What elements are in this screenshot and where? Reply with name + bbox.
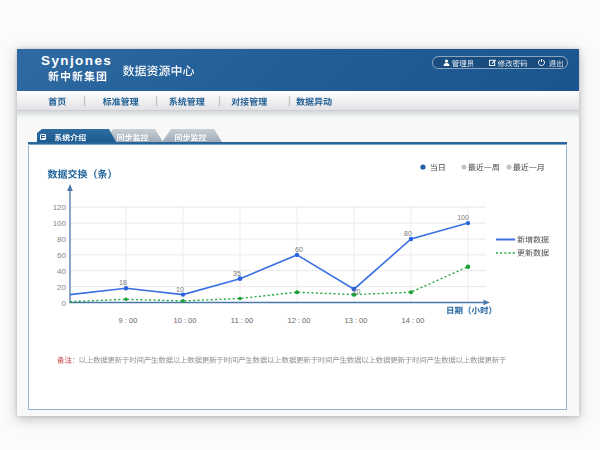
svg-text:10: 10 — [176, 286, 184, 293]
svg-text:10 : 00: 10 : 00 — [174, 316, 197, 325]
svg-text:0: 0 — [62, 299, 67, 308]
svg-text:35: 35 — [233, 270, 241, 277]
svg-text:40: 40 — [57, 267, 66, 276]
svg-text:80: 80 — [57, 235, 66, 244]
svg-text:60: 60 — [57, 251, 66, 260]
svg-text:60: 60 — [295, 246, 303, 253]
svg-text:13 : 00: 13 : 00 — [345, 316, 368, 325]
svg-text:20: 20 — [57, 283, 66, 292]
svg-text:10: 10 — [353, 288, 361, 295]
svg-text:120: 120 — [53, 203, 67, 212]
svg-text:80: 80 — [404, 230, 412, 237]
svg-text:100: 100 — [53, 219, 67, 228]
svg-text:12 : 00: 12 : 00 — [288, 316, 311, 325]
svg-text:100: 100 — [457, 214, 469, 221]
svg-text:9 : 00: 9 : 00 — [119, 316, 138, 325]
svg-text:11 : 00: 11 : 00 — [231, 316, 253, 325]
svg-text:18: 18 — [119, 279, 127, 286]
svg-text:14 : 00: 14 : 00 — [402, 316, 425, 325]
